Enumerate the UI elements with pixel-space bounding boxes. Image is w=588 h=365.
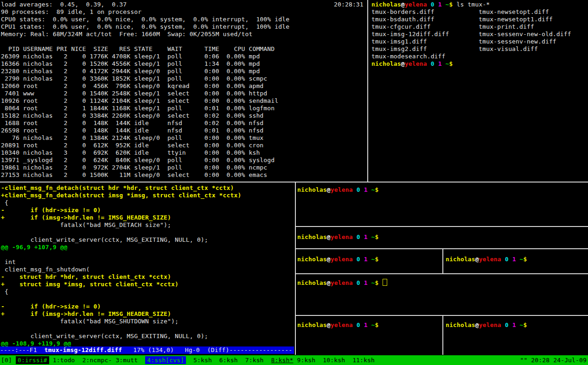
pane-shell-4-active[interactable]: nicholas@yelena 0 1 ~$ [296, 274, 588, 315]
at-sign: @ [475, 321, 479, 328]
prompt-path: ~ [371, 233, 375, 240]
status-separator [186, 357, 193, 364]
prompt-host: yelena [479, 321, 501, 328]
prompt-symbol: $ [375, 233, 379, 240]
status-separator [49, 357, 53, 364]
status-window-9[interactable]: 9:ksh [297, 357, 315, 364]
prompt-host: yelena [479, 256, 501, 263]
pane-shell-3-left[interactable]: nicholas@yelena 0 1 ~$ [296, 249, 442, 273]
space [360, 233, 364, 240]
window-list: 0:irssi# 1:todo 2:ncmpc- 3:mutt 4:ssh[cv… [16, 356, 382, 364]
ls-file-row: tmux-modesearch.diff [371, 53, 571, 60]
status-separator [75, 357, 83, 364]
process-row: 15182 nicholas 2 0 3384K 2260K sleep/0 s… [1, 112, 289, 120]
diff-line-removed: - if (hdr->size != 0) [1, 207, 241, 214]
ls-file-list: tmux-borders.diff tmux-newsetopt.difftmu… [371, 8, 571, 60]
top-summary-line: CPU0 states: 0.0% user, 0.0% nice, 0.0% … [1, 16, 289, 23]
diff-buffer: -client_msg_fn_detach(struct hdr *hdr, s… [1, 184, 241, 347]
status-window-3[interactable]: 3:mutt [115, 357, 138, 364]
process-table: 26309 nicholas 2 0 1776K 4708K sleep/1 p… [1, 53, 289, 179]
status-separator [138, 357, 145, 364]
prompt-host: yelena [331, 279, 353, 286]
prompt-host: yelena [405, 60, 427, 67]
prompt-jobs-count: 0 [357, 256, 360, 263]
diff-line-context: fatalx("bad MSG_DETACH size"); [1, 221, 241, 229]
prompt-symbol: $ [449, 60, 453, 67]
ls-file-row: tmux-imsg1.diff tmux-sessenv-new.diff [371, 38, 571, 45]
space [516, 321, 520, 328]
status-window-5[interactable]: 5:ksh [193, 357, 212, 364]
status-separator [238, 357, 245, 364]
pane-shell-2[interactable]: nicholas@yelena 0 1 ~$ [296, 227, 588, 248]
prompt-history-count: 1 [364, 186, 368, 193]
status-window-1[interactable]: 1:todo [53, 357, 75, 364]
process-row: 26598 root 2 0 148K 144K idle nfsd 0:01 … [1, 127, 289, 134]
pane-shell-ls[interactable]: nicholas@yelena 0 1 ~$ ls tmux-* tmux-bo… [369, 0, 588, 182]
shell-prompt-line: nicholas@yelena 0 1 ~$ [446, 256, 527, 263]
space [501, 256, 505, 263]
prompt-path: ~ [446, 1, 449, 8]
status-separator [315, 357, 323, 364]
status-separator [212, 357, 219, 364]
prompt-host: yelena [331, 233, 353, 240]
pane-shell-3-right[interactable]: nicholas@yelena 0 1 ~$ [443, 249, 588, 273]
status-window-11[interactable]: 11:ksh [352, 357, 375, 364]
tmux-screen: load averages: 0.45, 0.39, 0.3790 proces… [0, 0, 588, 365]
prompt-host: yelena [405, 1, 427, 8]
process-row: 13971 _syslogd 2 0 624K 840K sleep/0 pol… [1, 157, 289, 164]
pane-shell-5-right[interactable]: nicholas@yelena 0 1 ~$ [443, 316, 588, 355]
diff-line-context: fatalx("bad MSG_SHUTDOWN size"); [1, 318, 241, 325]
pane-emacs-diff[interactable]: -client_msg_fn_detach(struct hdr *hdr, s… [0, 183, 294, 355]
status-window-8[interactable]: 8:ksh* [271, 357, 294, 364]
status-window-10[interactable]: 10:ksh [323, 357, 345, 364]
prompt-user: nicholas [371, 60, 401, 67]
pane-shell-1[interactable]: nicholas@yelena 0 1 ~$ [296, 182, 588, 226]
ls-file-row: tmux-cfgcur.diff tmux-print.diff [371, 23, 571, 31]
prompt-path: ~ [371, 279, 375, 286]
process-row: 76 nicholas 2 0 1384K 2124K sleep/0 poll… [1, 134, 289, 142]
diff-line-added: + if (imsg->hdr.len != IMSG_HEADER_SIZE) [1, 214, 241, 221]
prompt-symbol: $ [524, 321, 527, 328]
space [442, 60, 446, 67]
status-window-0[interactable]: 0:irssi# [16, 356, 49, 364]
diff-line-context: client_msg_fn_shutdown( [1, 266, 241, 273]
shell-prompt-line: nicholas@yelena 0 1 ~$ [446, 321, 527, 329]
prompt-user: nicholas [297, 233, 327, 240]
status-window-6[interactable]: 6:ksh [219, 357, 238, 364]
space [509, 321, 512, 328]
space [427, 1, 431, 8]
prompt-host: yelena [331, 321, 353, 328]
typed-command: ls tmux-* [453, 1, 490, 8]
space [360, 321, 364, 328]
diff-line-added: + if (imsg->hdr.len != IMSG_HEADER_SIZE) [1, 310, 241, 318]
at-sign: @ [401, 60, 405, 67]
prompt-path: ~ [446, 60, 449, 67]
diff-line-context [1, 325, 241, 333]
terminal-cursor [383, 279, 387, 286]
prompt-symbol: $ [375, 279, 379, 286]
prompt-history-count: 1 [512, 321, 516, 328]
space [353, 186, 357, 193]
prompt-user: nicholas [446, 321, 475, 328]
top-summary-line: Memory: Real: 68M/324M act/tot Free: 166… [1, 31, 289, 38]
prompt-jobs-count: 0 [505, 256, 509, 263]
space [501, 321, 505, 328]
diff-line-removed: -client_msg_fn_detach(struct hdr *hdr, s… [1, 184, 241, 192]
status-window-4[interactable]: 4:ssh[cvs] [145, 356, 186, 364]
space [427, 60, 431, 67]
pane-shell-5-left[interactable]: nicholas@yelena 0 1 ~$ [296, 316, 442, 355]
ls-file-row: tmux-borders.diff tmux-newsetopt.diff [371, 8, 571, 16]
mode-line-filename: tmux-imsg-12diff.diff [45, 346, 122, 353]
status-right: "" 20:28 24-Jul-09 [520, 356, 587, 365]
diff-line-removed: - if (hdr->size != 0) [1, 303, 241, 310]
diff-line-hunk: @@ -96,9 +107,9 @@ [1, 244, 241, 251]
pane-top-command[interactable]: load averages: 0.45, 0.39, 0.3790 proces… [0, 0, 366, 182]
space [360, 186, 364, 193]
shell-prompt-line: nicholas@yelena 0 1 ~$ [371, 60, 571, 68]
prompt-host: yelena [331, 186, 353, 193]
space [435, 1, 438, 8]
status-window-7[interactable]: 7:ksh [245, 357, 264, 364]
diff-line-context: { [1, 288, 241, 296]
status-window-2[interactable]: 2:ncmpc- [83, 357, 112, 364]
status-separator [345, 357, 352, 364]
